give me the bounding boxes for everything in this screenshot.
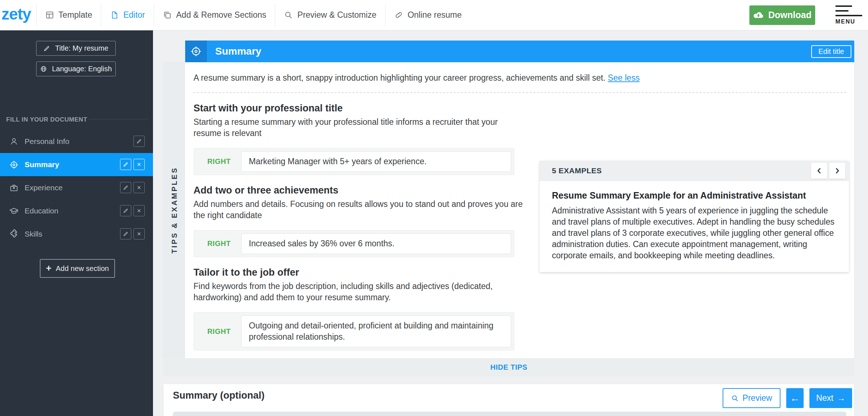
language-button[interactable]: Language: English <box>36 61 116 76</box>
delete-section-button[interactable] <box>133 182 145 193</box>
download-button[interactable]: Download <box>749 5 815 25</box>
nav-item-label: Online resume <box>408 10 462 20</box>
nav-item-editor[interactable]: Editor <box>101 0 154 30</box>
sidebar-item-summary[interactable]: Summary <box>0 153 153 176</box>
examples-card: 5 EXAMPLES Resume Summary Example for an… <box>540 161 849 272</box>
hide-tips-link[interactable]: HIDE TIPS <box>490 363 527 372</box>
tips-and-examples-ribbon: TIPS & EXAMPLES <box>163 62 185 358</box>
summary-description: A resume summary is a short, snappy intr… <box>193 73 846 83</box>
tip-body: Starting a resume summary with your prof… <box>193 116 526 139</box>
edit-section-button[interactable] <box>133 136 145 147</box>
download-label: Download <box>768 10 811 20</box>
next-button[interactable]: Next → <box>809 388 852 408</box>
briefcase-icon <box>9 183 19 193</box>
sidebar-item-label: Experience <box>25 183 63 192</box>
divider <box>89 119 148 119</box>
nav-item-label: Preview & Customize <box>297 10 376 20</box>
zety-logo[interactable]: zety <box>0 5 36 25</box>
edit-section-button[interactable] <box>120 159 131 170</box>
nav-item-template[interactable]: Template <box>37 0 101 30</box>
delete-section-button[interactable] <box>133 159 145 170</box>
summary-section-header: Summary Edit title <box>185 41 854 62</box>
delete-section-button[interactable] <box>133 228 145 239</box>
nav-item-label: Add & Remove Sections <box>176 10 266 20</box>
tip-body: Add numbers and details. Focusing on res… <box>193 199 526 221</box>
puzzle-icon <box>9 229 19 239</box>
graduation-cap-icon <box>9 206 19 216</box>
edit-section-button[interactable] <box>120 228 131 239</box>
summary-optional-heading: Summary (optional) <box>173 390 265 401</box>
template-icon <box>45 10 54 20</box>
sidebar-item-label: Education <box>25 207 58 215</box>
target-icon <box>9 160 19 170</box>
edit-title-button[interactable]: Edit title <box>811 45 851 58</box>
edit-section-button[interactable] <box>120 205 131 216</box>
menu-button[interactable]: MENU <box>835 5 864 25</box>
back-button[interactable]: ← <box>786 388 804 408</box>
tip-body: Find keywords from the job description, … <box>193 281 526 303</box>
chevron-right-icon <box>833 167 841 175</box>
file-icon <box>110 10 119 20</box>
globe-icon <box>40 65 47 72</box>
nav-item-preview-customize[interactable]: Preview & Customize <box>275 0 385 30</box>
examples-card-header: 5 EXAMPLES <box>540 161 849 181</box>
arrow-right-icon: → <box>837 393 845 403</box>
nav-item-online-resume[interactable]: Online resume <box>386 0 471 30</box>
link-icon <box>394 10 403 20</box>
menu-label: MENU <box>835 18 864 25</box>
search-icon <box>731 394 739 402</box>
search-icon <box>284 10 293 20</box>
examples-count: 5 EXAMPLES <box>552 166 809 175</box>
plus-icon: + <box>46 263 51 273</box>
sidebar: Title: My resume Language: English FILL … <box>0 30 153 416</box>
pencil-icon <box>43 45 50 52</box>
right-label: RIGHT <box>197 315 241 347</box>
sidebar-item-label: Personal Info <box>25 137 69 146</box>
target-icon <box>185 41 207 62</box>
right-label: RIGHT <box>197 233 241 254</box>
person-icon <box>9 137 19 147</box>
sidebar-item-experience[interactable]: Experience <box>0 176 153 199</box>
delete-section-button[interactable] <box>133 205 145 216</box>
tip-heading: Start with your professional title <box>193 103 846 114</box>
tips-footer: HIDE TIPS <box>163 358 854 376</box>
example-text: Increased sales by 36% over 6 months. <box>241 233 511 254</box>
sidebar-item-label: Skills <box>25 230 42 238</box>
right-example-box: RIGHT Increased sales by 36% over 6 mont… <box>193 230 514 257</box>
edit-section-button[interactable] <box>120 182 131 193</box>
sidebar-item-skills[interactable]: Skills <box>0 222 153 246</box>
right-example-box: RIGHT Outgoing and detail-oriented, prof… <box>193 312 514 351</box>
example-body: Administrative Assistant with 5 years of… <box>552 205 837 261</box>
hamburger-icon <box>835 5 864 16</box>
example-text: Outgoing and detail-oriented, proficient… <box>241 315 511 347</box>
sidebar-item-label: Summary <box>25 160 59 169</box>
see-less-link[interactable]: See less <box>608 73 639 82</box>
top-nav: zety Template Editor Add & Remove Sectio… <box>0 0 868 30</box>
example-text: Marketing Manager with 5+ years of exper… <box>241 151 511 172</box>
tips-panel: Summary Edit title TIPS & EXAMPLES A res… <box>163 41 854 376</box>
cloud-download-icon <box>753 11 764 19</box>
divider <box>193 92 846 93</box>
add-new-section-button[interactable]: + Add new section <box>40 259 115 278</box>
resume-title-button[interactable]: Title: My resume <box>36 41 116 56</box>
previous-example-button[interactable] <box>811 163 827 179</box>
text-editor-toolbar <box>173 412 846 416</box>
tip-section-job-offer: Tailor it to the job offer Find keywords… <box>193 267 846 351</box>
nav-item-label: Editor <box>123 10 145 20</box>
chevron-left-icon <box>815 167 823 175</box>
example-title: Resume Summary Example for an Administra… <box>552 190 837 201</box>
next-example-button[interactable] <box>829 163 845 179</box>
nav-item-add-remove-sections[interactable]: Add & Remove Sections <box>154 0 275 30</box>
right-example-box: RIGHT Marketing Manager with 5+ years of… <box>193 148 514 175</box>
right-label: RIGHT <box>197 151 241 172</box>
fill-in-your-document-header: FILL IN YOUR DOCUMENT <box>6 116 87 123</box>
section-title: Summary <box>215 46 261 57</box>
sidebar-item-education[interactable]: Education <box>0 199 153 222</box>
copy-icon <box>163 10 172 20</box>
nav-item-label: Template <box>59 10 92 20</box>
sidebar-item-personal-info[interactable]: Personal Info <box>0 130 153 153</box>
preview-button[interactable]: Preview <box>723 388 780 408</box>
summary-editor-panel: Summary (optional) Preview ← Next → <box>163 384 854 416</box>
arrow-left-icon: ← <box>790 392 800 404</box>
